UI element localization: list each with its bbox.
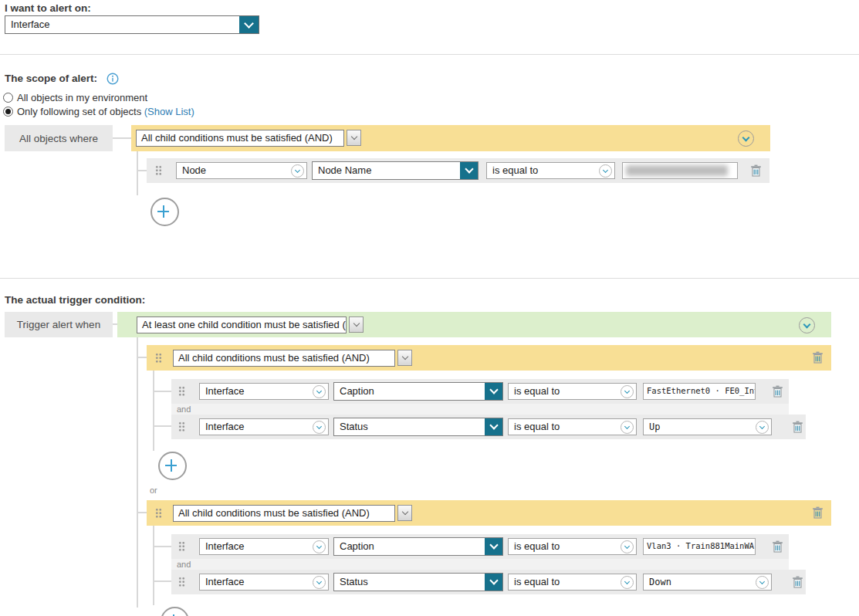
- redacted-value: [626, 165, 728, 176]
- drag-handle-icon[interactable]: [155, 353, 162, 363]
- g1c1-field-select[interactable]: Caption: [333, 382, 503, 401]
- g1c1-object-select[interactable]: Interface: [199, 383, 329, 400]
- radio-only-following[interactable]: [3, 107, 13, 117]
- chevron-down-icon[interactable]: [397, 350, 412, 366]
- drag-handle-icon[interactable]: [178, 541, 185, 551]
- section-divider: [0, 54, 859, 55]
- chevron-down-icon: [313, 421, 326, 434]
- chevron-down-icon: [313, 576, 326, 589]
- trash-icon[interactable]: [750, 164, 762, 177]
- drag-handle-icon[interactable]: [155, 508, 162, 518]
- chevron-down-icon[interactable]: [397, 505, 412, 521]
- chevron-down-icon: [599, 164, 612, 178]
- g2c2-field-value: Status: [340, 574, 368, 591]
- trash-icon[interactable]: [792, 576, 803, 588]
- g1c2-value: Up: [649, 419, 660, 435]
- add-condition-button[interactable]: [158, 452, 187, 480]
- connector: [153, 371, 154, 451]
- group2-mode-select[interactable]: All child conditions must be satisfied (…: [173, 505, 395, 522]
- g2c1-field-select[interactable]: Caption: [333, 537, 503, 556]
- chevron-down-icon[interactable]: [347, 130, 361, 146]
- and-joiner-label: and: [171, 404, 789, 415]
- g1c1-operator-value: is equal to: [514, 384, 560, 399]
- drag-handle-icon[interactable]: [155, 165, 162, 175]
- section-divider: [0, 278, 859, 279]
- chevron-down-icon: [313, 540, 326, 553]
- drag-handle-icon[interactable]: [178, 577, 185, 587]
- trash-icon[interactable]: [772, 540, 783, 553]
- chevron-down-icon[interactable]: [485, 574, 502, 591]
- alert-on-label: I want to alert on:: [5, 2, 91, 14]
- radio-only-following-text: Only following set of objects: [17, 106, 141, 117]
- connector: [137, 512, 147, 513]
- trash-icon[interactable]: [772, 385, 783, 398]
- scope-prefix-box: All objects where: [5, 125, 113, 151]
- drag-handle-icon[interactable]: [178, 421, 185, 432]
- connector: [153, 526, 154, 605]
- chevron-down-icon[interactable]: [485, 538, 502, 555]
- trash-icon[interactable]: [812, 506, 823, 519]
- chevron-down-icon[interactable]: [485, 383, 502, 400]
- connector: [153, 546, 171, 547]
- scope-value-input[interactable]: [622, 162, 738, 179]
- and-joiner-label: and: [171, 559, 789, 570]
- g2c1-field-value: Caption: [340, 538, 374, 555]
- chevron-down-icon: [621, 421, 634, 434]
- connector: [153, 580, 171, 582]
- chevron-down-icon[interactable]: [460, 162, 478, 179]
- alert-on-select[interactable]: Interface: [5, 15, 259, 34]
- chevron-down-icon: [621, 385, 634, 398]
- scope-field-select[interactable]: Node Name: [312, 161, 479, 180]
- scope-operator-value: is equal to: [492, 163, 538, 178]
- drag-handle-icon[interactable]: [178, 386, 185, 396]
- info-icon[interactable]: [107, 73, 119, 87]
- g1c2-operator-select[interactable]: is equal to: [508, 418, 637, 435]
- g1c1-operator-select[interactable]: is equal to: [508, 383, 637, 400]
- chevron-down-icon: [756, 576, 769, 589]
- g2c1-value-input[interactable]: Vlan3 · Train881MainWA: [643, 538, 756, 555]
- trigger-prefix-box: Trigger alert when: [5, 312, 113, 337]
- chevron-down-icon[interactable]: [349, 316, 364, 333]
- trash-icon[interactable]: [792, 421, 803, 433]
- add-condition-button[interactable]: [161, 607, 189, 616]
- show-list-link[interactable]: (Show List): [144, 106, 194, 117]
- g2c2-operator-value: is equal to: [514, 574, 560, 590]
- g1c2-field-value: Status: [340, 418, 368, 435]
- g2c2-value-select[interactable]: Down: [643, 574, 772, 591]
- scope-heading: The scope of alert:: [5, 73, 97, 84]
- connector: [113, 137, 131, 139]
- g2c2-operator-select[interactable]: is equal to: [508, 574, 637, 591]
- radio-all-objects-label: All objects in my environment: [17, 92, 147, 103]
- connector: [137, 337, 138, 608]
- add-condition-button[interactable]: [150, 198, 179, 226]
- connector: [153, 391, 171, 392]
- connector: [153, 425, 171, 427]
- trigger-root-mode-select[interactable]: At least one child condition must be sat…: [137, 316, 347, 333]
- collapse-chevron-icon[interactable]: [799, 317, 815, 333]
- chevron-down-icon[interactable]: [239, 16, 259, 33]
- scope-object-select[interactable]: Node: [176, 162, 307, 179]
- g2c1-object-value: Interface: [205, 539, 245, 554]
- radio-only-following-label: Only following set of objects (Show List…: [17, 106, 194, 117]
- g1c2-field-select[interactable]: Status: [333, 418, 503, 436]
- collapse-chevron-icon[interactable]: [738, 130, 754, 147]
- g1c1-field-value: Caption: [340, 383, 374, 400]
- scope-group-mode-select[interactable]: All child conditions must be satisfied (…: [136, 130, 344, 147]
- chevron-down-icon[interactable]: [485, 418, 502, 435]
- g2c2-field-select[interactable]: Status: [333, 573, 503, 591]
- trash-icon[interactable]: [812, 351, 823, 364]
- alert-on-value: Interface: [11, 16, 50, 33]
- chevron-down-icon: [756, 421, 769, 434]
- radio-all-objects[interactable]: [3, 93, 13, 103]
- g1c2-object-select[interactable]: Interface: [199, 418, 329, 435]
- g2c1-operator-select[interactable]: is equal to: [508, 538, 637, 555]
- g1c2-value-select[interactable]: Up: [643, 418, 772, 435]
- chevron-down-icon: [621, 576, 634, 589]
- group1-mode-select[interactable]: All child conditions must be satisfied (…: [173, 350, 395, 367]
- or-joiner-label: or: [150, 486, 157, 495]
- scope-object-value: Node: [182, 163, 206, 178]
- g1c1-value-input[interactable]: FastEthernet0 · FE0_Inte: [643, 383, 756, 400]
- g2c2-object-select[interactable]: Interface: [199, 574, 329, 591]
- scope-operator-select[interactable]: is equal to: [486, 162, 615, 179]
- g2c1-object-select[interactable]: Interface: [199, 538, 329, 555]
